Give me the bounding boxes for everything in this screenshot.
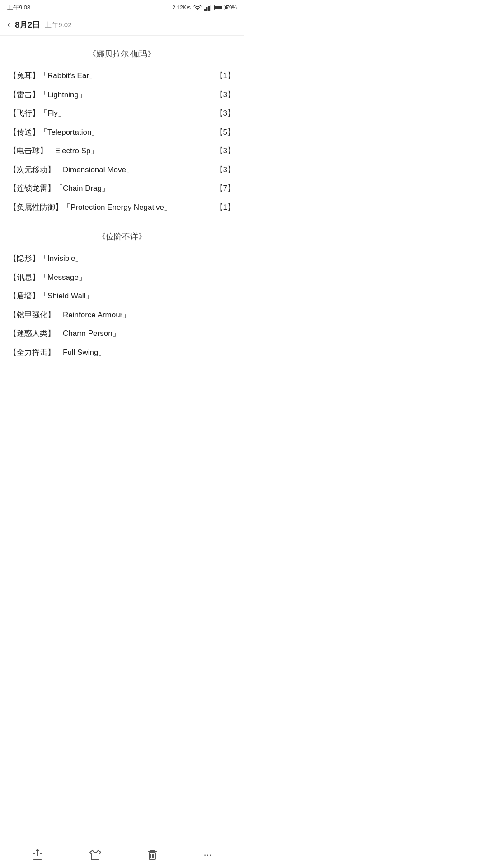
skill-level: 【3】 — [216, 164, 235, 176]
back-button[interactable]: ‹ — [7, 19, 10, 31]
skill-row: 【飞行】「Fly」【3】 — [9, 104, 235, 123]
skill-name: 【全力挥击】「Full Swing」 — [9, 347, 235, 359]
skill-row: 【负属性防御】「Protection Energy Negative」【1】 — [9, 198, 235, 217]
skill-row: 【全力挥击】「Full Swing」 — [9, 343, 235, 362]
nav-bar: ‹ 8月2日 上午9:02 — [0, 14, 244, 36]
skill-level: 【3】 — [216, 89, 235, 101]
skill-name: 【次元移动】「Dimensional Move」 — [9, 164, 216, 176]
section-title-1: 《位阶不详》 — [9, 231, 235, 242]
nav-title: 8月2日 — [15, 19, 40, 30]
skill-level: 【1】 — [216, 202, 235, 213]
skill-row: 【雷击】「Lightning」【3】 — [9, 85, 235, 104]
skill-name: 【雷击】「Lightning」 — [9, 89, 216, 101]
skill-row: 【次元移动】「Dimensional Move」【3】 — [9, 160, 235, 179]
skill-row: 【传送】「Teleportation」【5】 — [9, 123, 235, 142]
content-area: 《娜贝拉尔·伽玛》【兔耳】「Rabbit's Ear」【1】【雷击】「Light… — [0, 36, 244, 398]
svg-rect-1 — [206, 7, 207, 11]
network-speed: 2.12K/s — [172, 5, 191, 11]
battery-percent: 79% — [226, 5, 237, 11]
skill-name: 【讯息】「Message」 — [9, 272, 235, 283]
skill-name: 【电击球】「Electro Sp」 — [9, 145, 216, 157]
signal-icon — [204, 5, 211, 11]
skill-name: 【隐形】「Invisible」 — [9, 253, 235, 264]
skill-row: 【电击球】「Electro Sp」【3】 — [9, 142, 235, 160]
skill-name: 【铠甲强化】「Reinforce Armour」 — [9, 309, 235, 321]
skill-row: 【连锁龙雷】「Chain Drag」【7】 — [9, 179, 235, 198]
wifi-icon — [193, 5, 202, 11]
svg-rect-2 — [208, 6, 210, 11]
battery-icon: 79% — [214, 5, 237, 11]
nav-subtitle: 上午9:02 — [45, 21, 71, 29]
svg-rect-0 — [204, 9, 206, 11]
skill-row: 【讯息】「Message」 — [9, 268, 235, 287]
skill-row: 【隐形】「Invisible」 — [9, 249, 235, 268]
skill-level: 【3】 — [216, 108, 235, 119]
skill-row: 【盾墙】「Shield Wall」 — [9, 287, 235, 306]
skill-level: 【5】 — [216, 127, 235, 138]
skill-row: 【迷惑人类】「Charm Person」 — [9, 324, 235, 343]
section-title-0: 《娜贝拉尔·伽玛》 — [9, 48, 235, 59]
skill-level: 【7】 — [216, 183, 235, 194]
status-right: 2.12K/s 79% — [172, 5, 237, 11]
skill-name: 【飞行】「Fly」 — [9, 108, 216, 119]
skill-name: 【盾墙】「Shield Wall」 — [9, 290, 235, 302]
svg-rect-3 — [210, 5, 211, 11]
status-time: 上午9:08 — [7, 4, 30, 12]
skill-level: 【3】 — [216, 145, 235, 157]
skill-level: 【1】 — [216, 70, 235, 82]
skill-name: 【负属性防御】「Protection Energy Negative」 — [9, 202, 216, 213]
skill-name: 【迷惑人类】「Charm Person」 — [9, 328, 235, 340]
skill-row: 【兔耳】「Rabbit's Ear」【1】 — [9, 66, 235, 85]
skill-row: 【铠甲强化】「Reinforce Armour」 — [9, 306, 235, 325]
skill-name: 【兔耳】「Rabbit's Ear」 — [9, 70, 216, 82]
skill-name: 【连锁龙雷】「Chain Drag」 — [9, 183, 216, 194]
status-bar: 上午9:08 2.12K/s 79% — [0, 0, 244, 14]
skill-name: 【传送】「Teleportation」 — [9, 127, 216, 138]
